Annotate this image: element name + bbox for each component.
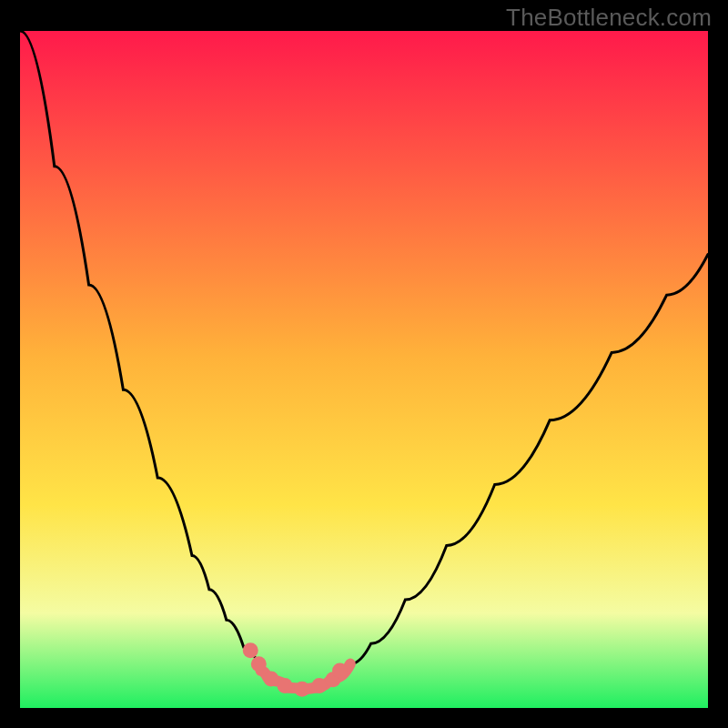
highlight-dot [243,642,258,658]
plot-svg [20,31,708,708]
highlight-dot [263,672,278,687]
highlight-dot [311,678,327,693]
chart-canvas: TheBottleneck.com [0,0,728,728]
plot-area [20,31,708,708]
highlight-dot [332,663,348,679]
highlight-dot [251,656,267,672]
highlight-dot [278,678,293,693]
highlight-dot [294,682,309,697]
watermark-text: TheBottleneck.com [506,4,712,32]
